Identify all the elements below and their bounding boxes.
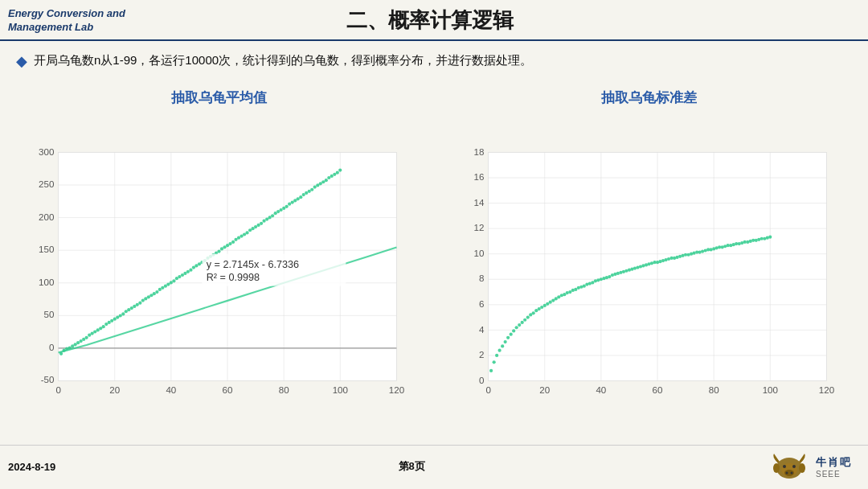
svg-point-233 [667,257,670,261]
svg-point-122 [313,185,317,188]
chart-left-title: 抽取乌龟平均值 [171,88,267,107]
chart-left-container: 抽取乌龟平均值 [16,88,422,437]
svg-point-71 [170,281,173,284]
svg-point-269 [768,236,772,239]
svg-point-245 [701,249,704,253]
svg-point-260 [743,240,747,244]
svg-point-35 [68,346,71,349]
svg-text:8: 8 [479,273,484,283]
svg-point-251 [718,245,721,249]
svg-point-206 [591,281,594,284]
svg-point-54 [121,312,125,315]
svg-point-121 [310,188,313,191]
svg-point-242 [692,252,695,255]
svg-text:20: 20 [539,385,550,395]
svg-point-278 [799,463,805,473]
svg-point-89 [220,247,223,250]
svg-point-41 [85,336,88,339]
svg-point-119 [305,191,308,195]
svg-point-62 [144,297,147,300]
footer-logo: 牛肖吧 SEEE [768,450,852,483]
svg-point-203 [583,285,586,288]
svg-point-110 [280,208,283,212]
svg-point-113 [288,203,291,206]
lab-line2: Management Lab [8,21,93,33]
svg-text:40: 40 [596,385,606,395]
svg-point-170 [489,369,493,372]
svg-text:-50: -50 [41,375,55,384]
svg-text:100: 100 [39,277,54,287]
svg-point-181 [521,321,524,324]
svg-point-104 [262,220,265,223]
svg-point-248 [710,248,713,251]
svg-point-59 [136,303,139,306]
svg-text:300: 300 [39,147,54,157]
svg-point-272 [783,465,786,468]
svg-text:50: 50 [43,310,54,319]
svg-text:60: 60 [653,385,663,395]
svg-text:y = 2.7145x - 6.7336: y = 2.7145x - 6.7336 [207,259,299,270]
svg-text:250: 250 [39,179,54,189]
svg-point-92 [228,242,231,245]
svg-point-277 [773,463,780,473]
chart-right-container: 抽取乌龟标准差 [446,88,852,437]
lab-name: Energy Conversion and Management Lab [8,7,217,35]
svg-point-47 [102,325,105,328]
svg-point-194 [557,295,560,298]
chart-right-area: 0 2 4 6 8 10 12 14 16 18 0 20 40 [446,113,852,437]
svg-text:200: 200 [39,212,54,222]
main-content: ◆ 开局乌龟数n从1-99，各运行10000次，统计得到的乌龟数，得到概率分布，… [0,41,868,445]
svg-point-101 [254,225,257,228]
svg-point-53 [119,314,122,317]
svg-point-88 [217,249,220,253]
svg-text:60: 60 [223,385,233,395]
svg-text:18: 18 [473,147,484,157]
svg-text:R² = 0.9998: R² = 0.9998 [207,272,260,283]
bullet-text: 开局乌龟数n从1-99，各运行10000次，统计得到的乌龟数，得到概率分布，并进… [34,53,532,68]
svg-point-74 [178,275,181,278]
svg-text:14: 14 [473,198,484,208]
diamond-icon: ◆ [16,52,27,70]
svg-point-179 [515,326,518,329]
svg-point-209 [600,277,603,281]
svg-point-224 [641,264,645,267]
svg-point-50 [110,319,113,323]
svg-text:0: 0 [485,385,490,395]
lab-line1: Energy Conversion and [8,7,125,19]
svg-text:0: 0 [479,376,484,385]
svg-point-176 [506,336,510,339]
svg-point-236 [675,256,678,259]
svg-point-95 [237,236,240,240]
svg-point-197 [566,291,569,294]
svg-text:80: 80 [709,385,719,395]
svg-point-273 [792,465,796,468]
svg-text:4: 4 [479,325,485,335]
svg-text:120: 120 [819,385,834,395]
svg-point-68 [161,286,164,290]
svg-point-80 [194,264,198,267]
svg-point-56 [127,308,130,311]
svg-point-275 [785,472,788,475]
bull-logo-icon [768,450,812,483]
svg-point-218 [624,269,628,273]
svg-point-103 [260,222,263,225]
svg-point-172 [495,354,498,357]
svg-point-78 [189,269,192,272]
svg-point-117 [299,195,302,199]
svg-point-44 [93,330,96,333]
svg-point-130 [336,171,339,175]
svg-text:10: 10 [473,249,484,258]
charts-row: 抽取乌龟平均值 [16,88,852,437]
svg-text:6: 6 [479,299,484,309]
chart-left-area: 300 250 200 150 100 50 0 -50 0 20 40 60 … [16,113,422,437]
svg-point-215 [616,272,620,275]
svg-text:0: 0 [49,343,54,352]
footer-page: 第8页 [399,459,425,474]
header: Energy Conversion and Management Lab 二、概… [0,0,868,41]
svg-point-171 [493,360,496,364]
logo-text-main: 牛肖吧 [816,455,852,470]
svg-point-77 [186,270,190,273]
logo-text-sub: SEEE [816,470,852,479]
bullet-point: ◆ 开局乌龟数n从1-99，各运行10000次，统计得到的乌龟数，得到概率分布，… [16,53,852,70]
svg-point-131 [338,168,342,171]
